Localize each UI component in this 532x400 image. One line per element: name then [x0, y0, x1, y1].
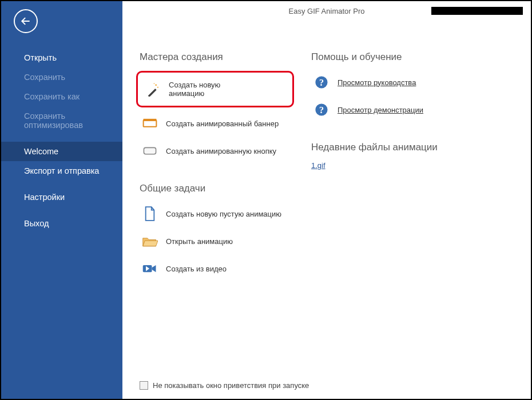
help-section: Помощь и обучение ? Просмотр руководства: [311, 51, 521, 285]
recent-section: Недавние файлы анимации 1.gif: [311, 142, 521, 174]
svg-rect-5: [144, 120, 157, 126]
back-button[interactable]: [14, 9, 38, 33]
footer: Не показывать окно приветствия при запус…: [140, 381, 309, 390]
svg-point-2: [155, 84, 157, 86]
wizard-banner-label: Создать анимированный баннер: [166, 119, 279, 128]
svg-point-3: [157, 87, 158, 88]
sidebar-item-exit[interactable]: Выход: [1, 214, 122, 233]
help-icon: ?: [313, 102, 329, 118]
help-demo-label: Просмотр демонстрации: [338, 106, 423, 114]
recent-header: Недавние файлы анимации: [311, 142, 521, 153]
wizards-header: Мастера создания: [140, 51, 294, 63]
svg-text:?: ?: [319, 105, 324, 115]
dont-show-checkbox[interactable]: [140, 381, 148, 390]
sidebar-item-save: Сохранить: [1, 67, 122, 87]
wizard-button-label: Создать анимированную кнопку: [166, 147, 276, 155]
sidebar-item-save-optimized: Сохранить оптимизировав: [1, 106, 122, 135]
file-icon: [142, 206, 158, 222]
wizard-banner[interactable]: Создать анимированный баннер: [140, 112, 294, 135]
arrow-left-icon: [20, 15, 31, 27]
common-open-label: Открыть анимацию: [166, 237, 233, 246]
main-panel: Easy GIF Animator Pro Мастера создания: [122, 1, 531, 399]
wizard-new-animation-label: Создать новую анимацию: [169, 81, 247, 98]
folder-open-icon: [142, 233, 158, 249]
redacted-area: [431, 7, 523, 15]
common-section: Общие задачи Создать новую пустую анимац…: [140, 183, 294, 285]
svg-text:?: ?: [319, 78, 324, 88]
wizards-section: Мастера создания Создать новую анимацию: [140, 51, 294, 285]
help-guide-label: Просмотр руководства: [338, 78, 416, 87]
common-header: Общие задачи: [140, 183, 294, 194]
help-demo[interactable]: ? Просмотр демонстрации: [311, 98, 521, 121]
sidebar-item-save-as: Сохранить как: [1, 87, 122, 106]
help-guide[interactable]: ? Просмотр руководства: [311, 71, 521, 94]
wizard-button[interactable]: Создать анимированную кнопку: [140, 139, 294, 162]
dont-show-label: Не показывать окно приветствия при запус…: [153, 381, 309, 390]
common-from-video[interactable]: Создать из видео: [140, 257, 294, 280]
sidebar-item-welcome[interactable]: Welcome: [1, 142, 122, 161]
common-open[interactable]: Открыть анимацию: [140, 230, 294, 253]
welcome-content: Мастера создания Создать новую анимацию: [140, 51, 521, 399]
video-icon: [142, 261, 158, 277]
svg-rect-7: [144, 147, 156, 154]
button-icon: [142, 143, 158, 159]
sidebar-item-settings[interactable]: Настройки: [1, 187, 122, 207]
svg-point-4: [154, 83, 155, 84]
help-header: Помощь и обучение: [311, 51, 521, 63]
app-window: Открыть Сохранить Сохранить как Сохранит…: [0, 0, 532, 400]
highlight-box: Создать новую анимацию: [136, 71, 294, 107]
common-new-empty-label: Создать новую пустую анимацию: [166, 210, 281, 218]
sidebar-item-export[interactable]: Экспорт и отправка: [1, 161, 122, 181]
recent-file-link[interactable]: 1.gif: [311, 161, 521, 170]
banner-icon: [142, 115, 158, 131]
common-new-empty[interactable]: Создать новую пустую анимацию: [140, 202, 294, 225]
svg-rect-1: [148, 89, 157, 97]
wand-icon: [145, 81, 161, 97]
sidebar-item-open[interactable]: Открыть: [1, 48, 122, 67]
svg-rect-6: [144, 119, 157, 121]
wizard-new-animation[interactable]: Создать новую анимацию: [142, 77, 249, 101]
help-icon: ?: [313, 74, 329, 90]
sidebar: Открыть Сохранить Сохранить как Сохранит…: [1, 1, 122, 399]
common-from-video-label: Создать из видео: [166, 265, 227, 273]
